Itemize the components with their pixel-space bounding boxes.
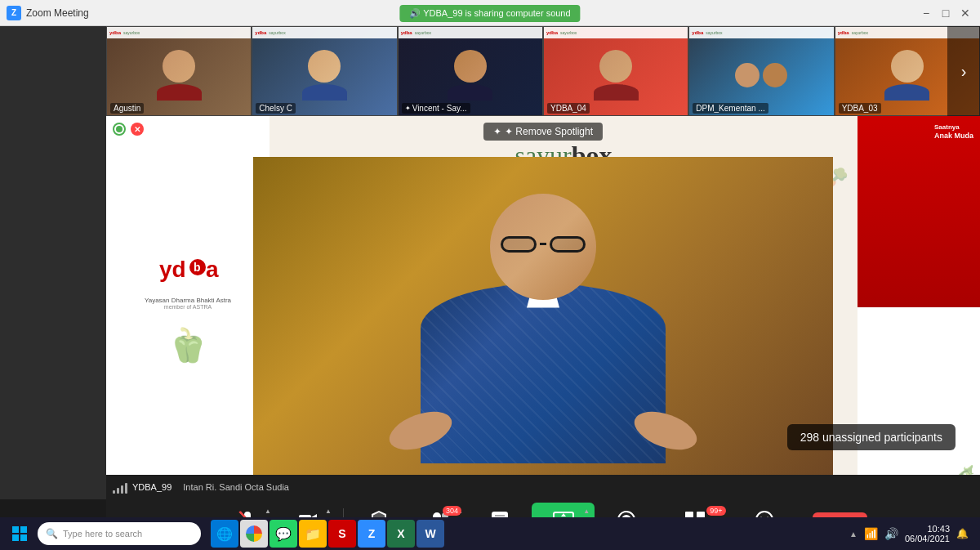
- participant-thumb-agustin[interactable]: ydba sayurbox Agustin: [106, 26, 252, 116]
- svg-rect-29: [12, 526, 19, 533]
- bar-3: [121, 485, 123, 494]
- minimize-button[interactable]: −: [918, 5, 934, 21]
- participant-thumb-chelsy[interactable]: ydba sayurbox Chelsy C: [252, 26, 397, 116]
- pres-left-panel: yd b a Yayasan Dharma Bhakti Astra membe…: [106, 116, 270, 499]
- body-6: [884, 84, 929, 101]
- clock-date-text: 06/04/2021: [905, 534, 950, 543]
- participant-video-agustin: ydba sayurbox: [107, 27, 251, 115]
- participant-thumb-ydba04[interactable]: ydba sayurbox YDBA_04: [543, 26, 688, 116]
- next-participants-button[interactable]: ›: [947, 26, 980, 116]
- chrome-app[interactable]: [240, 520, 268, 548]
- svg-text:yd: yd: [159, 257, 186, 282]
- word-app[interactable]: W: [416, 520, 444, 548]
- remove-spotlight-label: ✦ Remove Spotlight: [505, 126, 593, 137]
- glasses-left: [501, 236, 537, 253]
- face-5: [735, 63, 787, 87]
- share-caret: ▲: [583, 508, 590, 515]
- maximize-button[interactable]: □: [938, 5, 954, 21]
- veggie-sketch: 🫑: [167, 326, 208, 364]
- whatsapp-app[interactable]: 💬: [270, 520, 297, 548]
- head-1: [163, 50, 195, 83]
- svg-text:a: a: [206, 257, 219, 282]
- search-placeholder-text: Type here to search: [63, 529, 142, 539]
- explorer-app[interactable]: 📁: [299, 520, 327, 548]
- face-4: [594, 50, 639, 101]
- search-bar[interactable]: 🔍 Type here to search: [38, 522, 201, 545]
- ydba-logo-small-5: ydba: [692, 30, 703, 35]
- glasses-bridge: [540, 243, 546, 245]
- meeting-area: ydba sayurbox Agustin ydba: [0, 26, 980, 550]
- head-3: [454, 50, 487, 83]
- glasses: [501, 236, 586, 253]
- thumb-logos-3: ydba sayurbox: [399, 27, 542, 38]
- remove-spotlight-button[interactable]: ✦ ✦ Remove Spotlight: [483, 123, 603, 141]
- zoom-taskbar-app[interactable]: Z: [358, 520, 385, 548]
- participants-count-badge: 304: [443, 506, 461, 516]
- participant-name-ydba04: YDBA_04: [547, 103, 590, 114]
- body-1: [157, 84, 202, 101]
- face-2: [302, 50, 347, 101]
- speaker-video: [253, 157, 833, 499]
- window-controls[interactable]: − □ ✕: [918, 5, 973, 21]
- participant-name-agustin: Agustin: [110, 103, 144, 114]
- ydba-subtitle: Yayasan Dharma Bhakti Astra: [145, 297, 231, 304]
- recording-indicators: ✕: [113, 123, 144, 136]
- taskbar-apps: 🌐 💬 📁 S Z X W: [211, 520, 444, 548]
- head-2: [308, 50, 341, 83]
- participant-video-chelsy: ydba sayurbox: [252, 27, 396, 115]
- svg-rect-30: [20, 526, 27, 533]
- head-4: [599, 50, 632, 83]
- show-hidden-icons[interactable]: ▲: [849, 530, 858, 539]
- unassigned-participants-badge: 298 unassigned participants: [787, 424, 956, 450]
- title-bar-left: Z Zoom Meeting: [7, 6, 89, 20]
- head-5b: [763, 63, 787, 87]
- sayurbox-logo-small-6: sayurbox: [852, 30, 868, 35]
- speaker-id-label: YDBA_99: [132, 482, 172, 492]
- ydba-svg-logo: yd b a: [155, 251, 220, 284]
- participant-name-vincent: ✦ Vincent - Say...: [402, 103, 470, 114]
- excel-app[interactable]: X: [387, 520, 415, 548]
- red-app[interactable]: S: [328, 520, 356, 548]
- thumb-logos-1: ydba sayurbox: [107, 27, 251, 38]
- close-button[interactable]: ✕: [957, 5, 973, 21]
- network-icon: 📶: [864, 527, 878, 540]
- video-caret: ▲: [325, 508, 332, 515]
- bar-1: [113, 490, 115, 494]
- satu-indonesia-text: Saatnya Anak Muda: [934, 123, 973, 141]
- ydba-logo-small-6: ydba: [838, 30, 849, 35]
- edge-app[interactable]: 🌐: [211, 520, 238, 548]
- start-button[interactable]: [5, 519, 34, 548]
- participant-strip: ydba sayurbox Agustin ydba: [106, 26, 980, 116]
- participant-name-ydba03: YDBA_03: [839, 103, 881, 114]
- body-2: [302, 84, 347, 101]
- ydba-logo-small-3: ydba: [401, 30, 412, 35]
- speaker-person: [421, 157, 666, 499]
- sayurbox-logo-small-4: sayurbox: [560, 30, 577, 35]
- red-indicator: ✕: [131, 123, 144, 136]
- green-dot: [116, 126, 122, 132]
- body-3: [448, 84, 492, 101]
- system-tray: ▲ 📶 🔊 10:43 06/04/2021 🔔: [849, 524, 975, 543]
- glasses-right: [550, 236, 586, 253]
- svg-marker-18: [561, 513, 566, 516]
- unassigned-text: 298 unassigned participants: [800, 431, 942, 444]
- sayurbox-logo-small-3: sayurbox: [415, 30, 431, 35]
- main-video-area: yd b a Yayasan Dharma Bhakti Astra membe…: [106, 116, 980, 499]
- breakout-badge: 99+: [706, 506, 725, 516]
- bar-4: [125, 483, 127, 494]
- face-3: [448, 50, 492, 101]
- participant-video-ydba04: ydba sayurbox: [544, 27, 688, 115]
- participant-thumb-vincent[interactable]: ydba sayurbox ✦ Vincent - Say...: [398, 26, 543, 116]
- body-4: [594, 84, 639, 101]
- participant-name-chelsy: Chelsy C: [256, 103, 296, 114]
- ydba-logo-small: ydba: [109, 30, 121, 35]
- window-title: Zoom Meeting: [26, 7, 89, 19]
- bar-2: [117, 488, 119, 494]
- participant-video-vincent: ydba sayurbox: [399, 27, 542, 115]
- head-6: [891, 50, 924, 83]
- ydba-subtitle2: member of ASTRA: [164, 304, 212, 310]
- signal-bars: [113, 481, 127, 494]
- thumb-logos-2: ydba sayurbox: [252, 27, 396, 38]
- participant-thumb-dpm[interactable]: ydba sayurbox DPM_Kementan ...: [688, 26, 834, 116]
- ydba-logo-main: yd b a: [155, 251, 220, 287]
